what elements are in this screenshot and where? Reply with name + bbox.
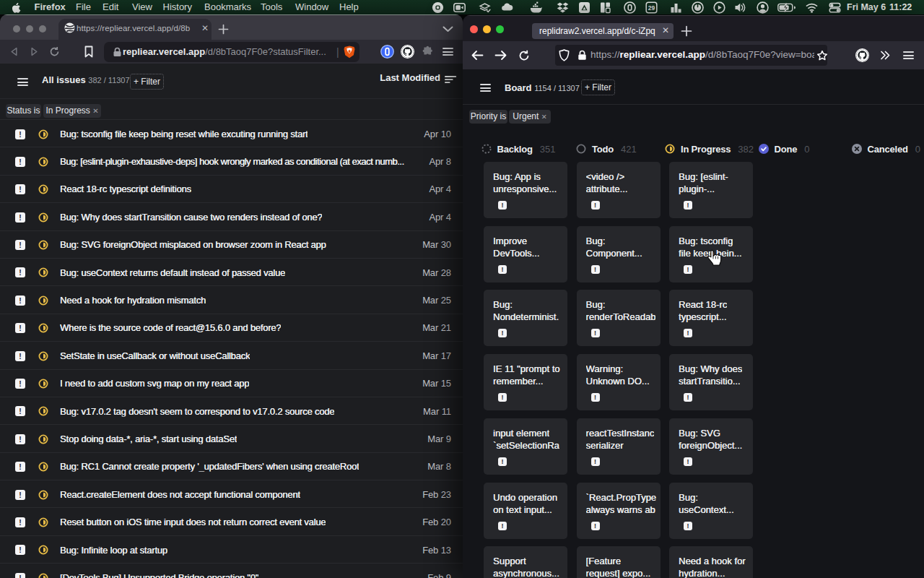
svg-text:29: 29 bbox=[648, 4, 655, 12]
